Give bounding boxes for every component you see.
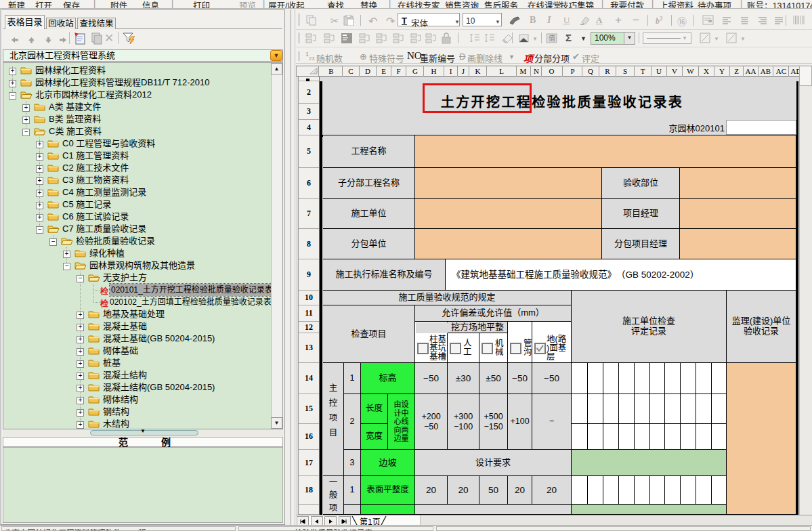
svg-text:值: 值 xyxy=(549,34,555,42)
